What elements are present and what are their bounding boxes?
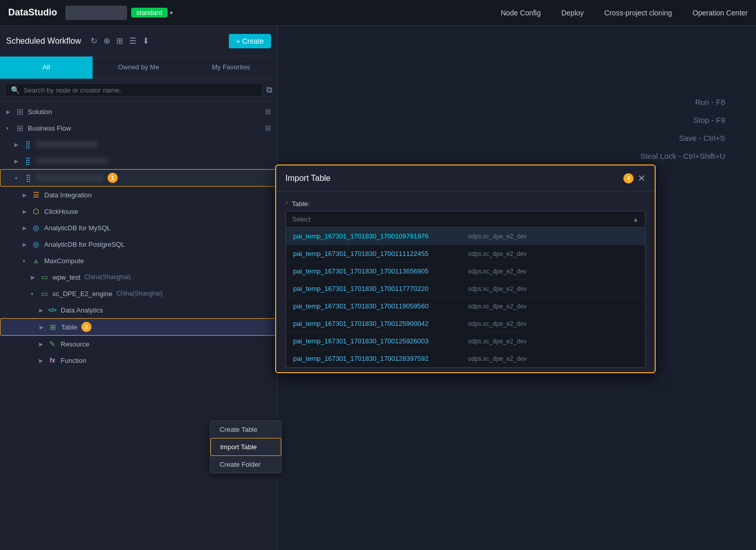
wpw-test-icon: ▭ xyxy=(39,272,49,282)
tree-item-business-flow[interactable]: ▾ ⊞ Business Flow ⊞ xyxy=(0,120,277,136)
dropdown-item[interactable]: pai_temp_167301_1701830_1700117770220 od… xyxy=(286,280,645,298)
business-flow-label: Business Flow xyxy=(28,124,71,132)
clickhouse-icon: ⬡ xyxy=(31,206,41,216)
maxcompute-icon: ⟁ xyxy=(31,255,41,266)
tree-item-analyticdb-pg[interactable]: ▶ ◎ AnalyticDB for PostgreSQL xyxy=(0,236,277,252)
tree-item-wpw-test[interactable]: ▶ ▭ wpw_test China(Shanghai) xyxy=(0,269,277,285)
wpw-test-region: China(Shanghai) xyxy=(84,273,131,281)
chevron-icon: ▶ xyxy=(39,358,44,363)
project-name: odps.xc_dpe_e2_dev xyxy=(468,285,527,292)
project-name: odps.xc_dpe_e2_dev xyxy=(468,355,527,362)
table-badge: 2 xyxy=(81,322,92,332)
context-import-table[interactable]: Import Table xyxy=(210,438,281,456)
tree-item-data-integration[interactable]: ▶ ☰ Data Integration xyxy=(0,187,277,203)
project-name: odps.xc_dpe_e2_dev xyxy=(468,250,527,258)
search-input[interactable] xyxy=(24,86,257,94)
list-view-button[interactable]: ☰ xyxy=(126,34,139,48)
dropdown-item[interactable]: pai_temp_167301_1701830_1700111122455 od… xyxy=(286,245,645,263)
tab-my-favorites[interactable]: My Favorites xyxy=(185,57,277,79)
nav-node-config[interactable]: Node Config xyxy=(501,9,541,17)
chevron-icon: ▾ xyxy=(31,291,36,297)
project-name: odps.xc_dpe_e2_dev xyxy=(468,233,527,240)
nav-operation-center[interactable]: Operation Center xyxy=(693,9,748,17)
data-analytics-icon: </> xyxy=(47,305,58,315)
tree-item-analyticdb-mysql[interactable]: ▶ ◎ AnalyticDB for MySQL xyxy=(0,219,277,236)
function-icon: fx xyxy=(47,355,58,365)
tree-item-function[interactable]: ▶ fx Function xyxy=(0,352,277,369)
tree-item-xc-dpe-e2[interactable]: ▾ ▭ xc_DPE_E2_engine China(Shanghai) xyxy=(0,285,277,302)
dialog-body: * Table: Select ▲ pai_temp_167301_170183… xyxy=(276,192,655,372)
tree-item-data-analytics[interactable]: ▶ </> Data Analytics xyxy=(0,302,277,318)
data-integration-icon: ☰ xyxy=(31,190,41,200)
tree-item-node3[interactable]: ▾ ⣿ 1 xyxy=(0,169,277,187)
analyticdb-pg-icon: ◎ xyxy=(31,239,41,249)
plan-caret-icon[interactable]: ▾ xyxy=(170,9,173,16)
chevron-icon: ▶ xyxy=(39,341,44,347)
tree-item-solution[interactable]: ▶ ⊞ Solution ⊞ xyxy=(0,103,277,120)
project-name: odps.xc_dpe_e2_dev xyxy=(468,320,527,327)
context-create-table[interactable]: Create Table xyxy=(210,421,281,438)
sidebar-title: Scheduled Workflow xyxy=(6,36,81,46)
dropdown-item[interactable]: pai_temp_167301_1701830_1700125926003 od… xyxy=(286,333,645,350)
import-table-dialog: Import Table 4 ✕ * Table: Select ▲ pai_t… xyxy=(275,164,656,373)
create-button[interactable]: + Create xyxy=(229,34,271,48)
node2-label xyxy=(36,157,108,164)
search-input-wrap[interactable]: 🔍 xyxy=(5,83,262,97)
tree-item-node2[interactable]: ▶ ⣿ xyxy=(0,153,277,169)
shortcut-save: Save - Ctrl+S xyxy=(640,134,725,142)
solution-grid-icon: ⊞ xyxy=(265,107,271,116)
chevron-icon: ▶ xyxy=(39,307,44,313)
nav-deploy[interactable]: Deploy xyxy=(562,9,584,17)
download-button[interactable]: ⬇ xyxy=(139,34,152,48)
search-icon: 🔍 xyxy=(11,86,20,94)
dropdown-item[interactable]: pai_temp_167301_1701830_1700109791976 od… xyxy=(286,228,645,245)
grid-view-button[interactable]: ⊞ xyxy=(113,34,126,48)
tree-item-node1[interactable]: ▶ ⣿ xyxy=(0,136,277,153)
dropdown-list: pai_temp_167301_1701830_1700109791976 od… xyxy=(285,228,645,368)
business-flow-icon: ⊞ xyxy=(14,123,25,133)
chevron-icon: ▶ xyxy=(6,109,11,115)
shortcut-list: Run - F8 Stop - F9 Save - Ctrl+S Steal L… xyxy=(640,98,725,160)
select-placeholder: Select xyxy=(292,215,311,223)
node3-icon: ⣿ xyxy=(23,173,33,183)
chevron-icon: ▶ xyxy=(23,209,28,214)
tab-owned-by-me[interactable]: Owned by Me xyxy=(93,57,185,79)
solution-label: Solution xyxy=(28,108,52,116)
tab-all[interactable]: All xyxy=(0,57,93,79)
tree-item-clickhouse[interactable]: ▶ ⬡ ClickHouse xyxy=(0,203,277,219)
table-name: pai_temp_167301_1701830_1700109791976 xyxy=(293,232,468,240)
dialog-close-button[interactable]: ✕ xyxy=(638,173,645,184)
table-field-label: * Table: xyxy=(285,200,645,208)
clickhouse-label: ClickHouse xyxy=(44,208,78,215)
filter-icon[interactable]: ⧉ xyxy=(266,85,272,95)
table-name: pai_temp_167301_1701830_1700117770220 xyxy=(293,285,468,292)
table-label: Table xyxy=(61,323,77,331)
tree-item-maxcompute[interactable]: ▾ ⟁ MaxCompute xyxy=(0,252,277,269)
tree-item-table[interactable]: ▶ ⊞ Table 2 xyxy=(0,318,277,336)
nav-cross-project[interactable]: Cross-project cloning xyxy=(604,9,672,17)
tree-item-resource[interactable]: ▶ ✎ Resource xyxy=(0,336,277,352)
dropdown-item[interactable]: pai_temp_167301_1701830_1700125900042 od… xyxy=(286,315,645,333)
add-button[interactable]: ⊕ xyxy=(100,34,113,48)
dropdown-item[interactable]: pai_temp_167301_1701830_1700119059560 od… xyxy=(286,298,645,315)
project-name: odps.xc_dpe_e2_dev xyxy=(468,338,527,345)
chevron-icon: ▾ xyxy=(23,258,28,264)
dropdown-item[interactable]: pai_temp_167301_1701830_1700113656905 od… xyxy=(286,263,645,280)
data-analytics-label: Data Analytics xyxy=(61,306,103,314)
shortcut-stop: Stop - F9 xyxy=(640,116,725,124)
required-indicator: * xyxy=(285,200,288,208)
dialog-header: Import Table 4 ✕ xyxy=(276,166,655,192)
refresh-button[interactable]: ↻ xyxy=(87,34,100,48)
function-label: Function xyxy=(61,357,86,364)
node1-label xyxy=(36,141,98,148)
chevron-icon: ▶ xyxy=(14,142,20,148)
shortcut-steal-lock: Steal Lock - Ctrl+Shift+U xyxy=(640,152,725,160)
table-select[interactable]: Select ▲ xyxy=(285,211,645,228)
plan-badge: standard xyxy=(131,8,168,17)
chevron-icon: ▶ xyxy=(40,324,45,330)
table-icon: ⊞ xyxy=(48,322,58,332)
context-create-folder[interactable]: Create Folder xyxy=(210,456,281,473)
project-selector[interactable] xyxy=(65,6,127,20)
dropdown-item[interactable]: pai_temp_167301_1701830_1700128397592 od… xyxy=(286,350,645,368)
data-integration-label: Data Integration xyxy=(44,191,92,199)
